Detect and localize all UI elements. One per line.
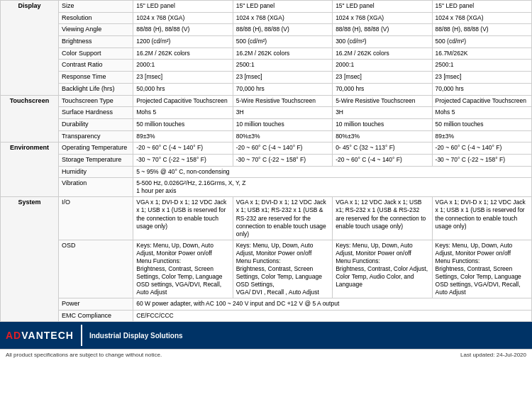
table-row: Power 60 W power adapter, with AC 100 ~ … [1, 298, 532, 310]
data-contrast-col2: 2500:1 [233, 60, 332, 72]
data-sh-col2: 3H [233, 107, 332, 119]
data-io-col2: VGA x 1; DVI-D x 1; 12 VDC Jack x 1; USB… [233, 197, 332, 240]
data-contrast-col3: 2000:1 [333, 60, 432, 72]
table-row: Resolution 1024 x 768 (XGA) 1024 x 768 (… [1, 12, 532, 24]
data-bl-col2: 70,000 hrs [233, 83, 332, 95]
data-bl-col1: 50,000 hrs [133, 83, 233, 95]
data-rt-col1: 23 [msec] [133, 72, 233, 84]
data-ts-col4: Projected Capacitive Touchscreen [432, 95, 531, 107]
data-osd-col4: Keys: Menu, Up, Down, Auto Adjust, Monit… [432, 240, 531, 298]
data-trans-col3: 80%±3% [333, 130, 432, 143]
table-row: Environment Operating Temperature -20 ~ … [1, 143, 532, 155]
label-stor-temp: Storage Temperature [58, 154, 133, 166]
table-row: EMC Compliance CE/FCC/CCC [1, 310, 532, 322]
label-ts-type: Touchscreen Type [58, 95, 133, 107]
table-row: OSD Keys: Menu, Up, Down, Auto Adjust, M… [1, 240, 532, 298]
table-row: Vibration 5-500 Hz, 0.026G²/Hz, 2.16Grms… [1, 178, 532, 197]
table-row: Surface Hardness Mohs 5 3H 3H Mohs 5 [1, 107, 532, 119]
label-humidity: Humidity [58, 166, 133, 178]
data-resolution-col4: 1024 x 768 (XGA) [432, 12, 531, 24]
data-dur-col4: 50 million touches [432, 118, 531, 130]
data-st-col3: -20 ~ 60° C (-4 ~ 140° F) [333, 154, 432, 166]
category-touchscreen: Touchscreen [1, 95, 59, 143]
data-vibration: 5-500 Hz, 0.026G²/Hz, 2.16Grms, X, Y, Z … [133, 178, 532, 197]
data-ot-col1: -20 ~ 60° C (-4 ~ 140° F) [133, 143, 233, 155]
data-brightness-col4: 500 (cd/m²) [432, 36, 531, 48]
data-brightness-col3: 300 (cd/m²) [333, 36, 432, 48]
data-ot-col3: 0- 45° C (32 ~ 113° F) [333, 143, 432, 155]
footer-bar: ADVANTECH Industrial Display Solutions [0, 322, 532, 349]
data-resolution-col2: 1024 x 768 (XGA) [233, 12, 332, 24]
table-row: Viewing Angle 88/88 (H), 88/88 (V) 88/88… [1, 24, 532, 36]
label-viewing-angle: Viewing Angle [58, 24, 133, 36]
data-trans-col2: 80%±3% [233, 130, 332, 143]
data-resolution-col1: 1024 x 768 (XGA) [133, 12, 233, 24]
footer-logo: ADVANTECH [6, 330, 74, 341]
data-brightness-col1: 1200 (cd/m²) [133, 36, 233, 48]
data-st-col1: -30 ~ 70° C (-22 ~ 158° F) [133, 154, 233, 166]
data-va-col4: 88/88 (H), 88/88 (V) [432, 24, 531, 36]
label-backlight: Backlight Life (hrs) [58, 83, 133, 95]
data-st-col4: -30 ~ 70° C (-22 ~ 158° F) [432, 154, 531, 166]
data-cs-col3: 16.2M / 262K colors [333, 48, 432, 60]
data-dur-col1: 50 million touches [133, 118, 233, 130]
data-humidity: 5 ~ 95% @ 40° C, non-condensing [133, 166, 532, 178]
data-va-col2: 88/88 (H), 88/88 (V) [233, 24, 332, 36]
data-resolution-col3: 1024 x 768 (XGA) [333, 12, 432, 24]
category-display: Display [1, 1, 59, 96]
data-trans-col1: 89±3% [133, 130, 233, 143]
data-sh-col1: Mohs 5 [133, 107, 233, 119]
table-row: System I/O VGA x 1; DVI-D x 1; 12 VDC Ja… [1, 197, 532, 240]
label-response-time: Response Time [58, 72, 133, 84]
data-cs-col1: 16.2M / 262K colors [133, 48, 233, 60]
data-osd-col3: Keys: Menu, Up, Down, Auto Adjust, Monit… [333, 240, 432, 298]
label-emc: EMC Compliance [58, 310, 133, 322]
data-brightness-col2: 500 (cd/m²) [233, 36, 332, 48]
data-ts-col1: Projected Capacitive Touchscreen [133, 95, 233, 107]
data-st-col2: -30 ~ 70° C (-22 ~ 158° F) [233, 154, 332, 166]
data-cs-col4: 16.7M/262K [432, 48, 531, 60]
data-contrast-col4: 2500:1 [432, 60, 531, 72]
logo-vantech: VANTECH [21, 330, 74, 341]
label-color-support: Color Support [58, 48, 133, 60]
data-rt-col2: 23 [msec] [233, 72, 332, 84]
table-row-color-support: Color Support 16.2M / 262K colors 16.2M … [1, 48, 532, 60]
label-power: Power [58, 298, 133, 310]
data-ts-col3: 5-Wire Resistive Touchscreen [333, 95, 432, 107]
label-op-temp: Operating Temperature [58, 143, 133, 155]
spec-table: Display Size 15" LED panel 15" LED panel… [0, 0, 532, 322]
label-resolution: Resolution [58, 12, 133, 24]
table-row: Contrast Ratio 2000:1 2500:1 2000:1 2500… [1, 60, 532, 72]
data-dur-col3: 10 million touches [333, 118, 432, 130]
label-contrast: Contrast Ratio [58, 60, 133, 72]
data-va-col3: 88/88 (H), 88/88 (V) [333, 24, 432, 36]
data-size-col1: 15" LED panel [133, 1, 233, 13]
footer-last-updated: Last updated: 24-Jul-2020 [460, 352, 526, 358]
data-ts-col2: 5-Wire Resistive Touchscreen [233, 95, 332, 107]
label-size: Size [58, 1, 133, 13]
data-ot-col2: -20 ~ 60° C (-4 ~ 140° F) [233, 143, 332, 155]
logo-ad: AD [6, 330, 21, 341]
footer-divider [81, 325, 82, 346]
label-brightness: Brightness [58, 36, 133, 48]
data-cs-col2: 16.2M / 262K colors [233, 48, 332, 60]
category-environment: Environment [1, 143, 59, 197]
data-io-col3: VGA x 1; 12 VDC Jack x 1; USB x1; RS-232… [333, 197, 432, 240]
data-osd-col2: Keys: Menu, Up, Down, Auto Adjust, Monit… [233, 240, 332, 298]
table-row: Transparency 89±3% 80%±3% 80%±3% 89±3% [1, 130, 532, 143]
data-power: 60 W power adapter, with AC 100 ~ 240 V … [133, 298, 532, 310]
data-size-col4: 15" LED panel [432, 1, 531, 13]
footer-disclaimer: All product specifications are subject t… [6, 352, 162, 358]
table-row: Brightness 1200 (cd/m²) 500 (cd/m²) 300 … [1, 36, 532, 48]
data-io-col4: VGA x 1; DVI-D x 1; 12 VDC Jack x 1; USB… [432, 197, 531, 240]
category-system: System [1, 197, 59, 322]
data-contrast-col1: 2000:1 [133, 60, 233, 72]
label-vibration: Vibration [58, 178, 133, 197]
table-row: Durability 50 million touches 10 million… [1, 118, 532, 130]
data-size-col3: 15" LED panel [333, 1, 432, 13]
table-row: Touchscreen Touchscreen Type Projected C… [1, 95, 532, 107]
label-durability: Durability [58, 118, 133, 130]
data-ot-col4: -20 ~ 60° C (-4 ~ 140° F) [432, 143, 531, 155]
data-dur-col2: 10 million touches [233, 118, 332, 130]
data-sh-col4: Mohs 5 [432, 107, 531, 119]
